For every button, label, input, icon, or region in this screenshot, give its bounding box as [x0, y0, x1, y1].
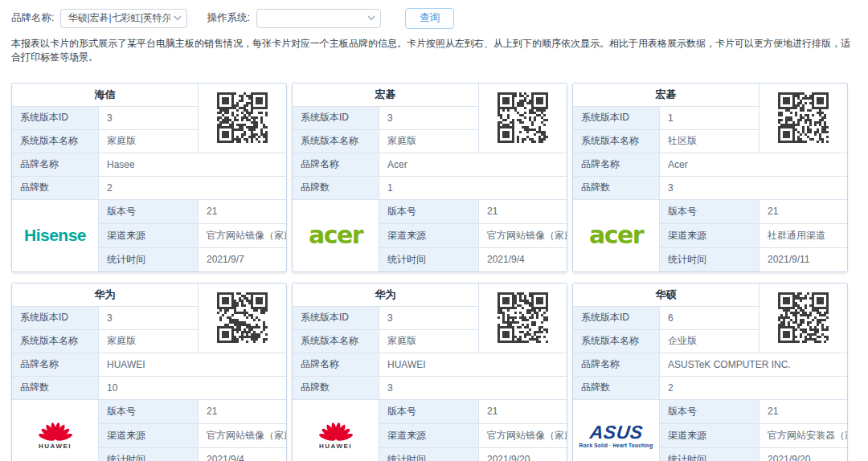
field-value-channel: 社群通用渠道 — [760, 224, 847, 247]
field-label-brand-name: 品牌名称 — [12, 153, 98, 176]
field-label-stat-time: 统计时间 — [99, 448, 198, 461]
field-value-version-no: 21 — [199, 200, 286, 223]
brand-select[interactable]: 华硕|宏碁|七彩虹|英特尔|华为 — [60, 9, 187, 28]
brand-card: 宏碁 系统版本ID 3 系统版本名称 家庭版 品牌名称 Acer 品牌数 1 a… — [292, 83, 567, 272]
huawei-logo: HUAWEI — [12, 400, 98, 461]
hisense-logo: Hisense — [12, 200, 98, 271]
field-value-brand-count: 1 — [379, 177, 567, 199]
field-value-version-no: 21 — [760, 400, 847, 423]
card-title: 华为 — [12, 284, 198, 306]
os-select[interactable] — [256, 9, 381, 28]
field-label-brand-name: 品牌名称 — [293, 353, 379, 376]
field-label-sys-version-name: 系统版本名称 — [293, 130, 379, 153]
qr-code — [199, 84, 286, 153]
field-value-sys-version-name: 企业版 — [660, 330, 759, 353]
qr-code — [479, 84, 567, 153]
field-value-version-no: 21 — [760, 200, 847, 223]
field-value-stat-time: 2021/9/11 — [760, 248, 847, 271]
card-title: 华为 — [293, 284, 478, 306]
field-label-sys-version-name: 系统版本名称 — [573, 130, 659, 153]
field-value-brand-name: HUAWEI — [379, 353, 567, 376]
field-value-channel: 官方网站镜像（家庭版） — [479, 224, 567, 247]
field-value-channel: 官方网站镜像（家庭版） — [199, 424, 286, 447]
field-label-sys-version-name: 系统版本名称 — [293, 330, 379, 353]
field-value-brand-name: Hasee — [99, 153, 286, 176]
field-label-brand-count: 品牌数 — [293, 177, 379, 199]
field-value-brand-count: 2 — [660, 377, 847, 399]
filter-bar: 品牌名称: 华硕|宏碁|七彩虹|英特尔|华为 操作系统: 查询 — [0, 0, 868, 36]
card-title: 华硕 — [573, 284, 759, 306]
qr-code — [479, 284, 567, 353]
brand-filter-label: 品牌名称: — [11, 11, 54, 25]
cards-grid: 海信 系统版本ID 3 系统版本名称 家庭版 品牌名称 Hasee 品牌数 2 … — [0, 83, 868, 461]
field-label-brand-name: 品牌名称 — [12, 353, 98, 376]
field-value-sys-version-id: 3 — [379, 307, 478, 329]
field-label-sys-version-name: 系统版本名称 — [12, 330, 98, 353]
field-value-brand-name: Acer — [660, 153, 847, 176]
field-value-stat-time: 2021/9/4 — [199, 448, 286, 461]
report-description: 本报表以卡片的形式展示了某平台电脑主板的销售情况，每张卡片对应一个主板品牌的信息… — [0, 36, 868, 75]
card-title: 宏碁 — [293, 84, 478, 106]
field-label-version-no: 版本号 — [99, 400, 198, 423]
field-label-sys-version-name: 系统版本名称 — [573, 330, 659, 353]
field-label-brand-name: 品牌名称 — [573, 153, 659, 176]
field-value-brand-name: Acer — [379, 153, 567, 176]
field-label-brand-name: 品牌名称 — [573, 353, 659, 376]
field-value-channel: 官方网站安装器（家庭... — [760, 424, 847, 447]
field-value-channel: 官方网站镜像（家庭版） — [199, 224, 286, 247]
field-value-sys-version-id: 6 — [660, 307, 759, 329]
card-title: 宏碁 — [573, 84, 759, 106]
field-label-brand-count: 品牌数 — [293, 377, 379, 399]
field-label-sys-version-id: 系统版本ID — [293, 107, 379, 129]
field-label-sys-version-id: 系统版本ID — [573, 307, 659, 329]
qr-code — [760, 284, 847, 353]
field-label-stat-time: 统计时间 — [379, 248, 478, 271]
field-value-sys-version-id: 1 — [660, 107, 759, 129]
field-label-version-no: 版本号 — [99, 200, 198, 223]
brand-card: 华为 系统版本ID 3 系统版本名称 家庭版 品牌名称 HUAWEI 品牌数 3… — [292, 283, 567, 461]
field-label-brand-count: 品牌数 — [12, 377, 98, 399]
field-label-version-no: 版本号 — [660, 400, 759, 423]
field-label-channel: 渠道来源 — [379, 224, 478, 247]
field-label-version-no: 版本号 — [379, 200, 478, 223]
field-label-version-no: 版本号 — [379, 400, 478, 423]
field-value-sys-version-name: 家庭版 — [379, 130, 478, 153]
field-label-channel: 渠道来源 — [99, 424, 198, 447]
os-filter-label: 操作系统: — [207, 11, 249, 25]
field-label-channel: 渠道来源 — [379, 424, 478, 447]
field-value-stat-time: 2021/9/4 — [479, 248, 567, 271]
field-value-brand-name: ASUSTeK COMPUTER INC. — [660, 353, 847, 376]
field-label-sys-version-id: 系统版本ID — [12, 107, 98, 129]
field-value-sys-version-name: 社区版 — [660, 130, 759, 153]
brand-card: 华为 系统版本ID 3 系统版本名称 家庭版 品牌名称 HUAWEI 品牌数 1… — [11, 283, 287, 461]
acer-logo: acer — [293, 200, 379, 271]
card-title: 海信 — [12, 84, 198, 106]
field-label-sys-version-name: 系统版本名称 — [12, 130, 98, 153]
field-value-brand-name: HUAWEI — [99, 353, 286, 376]
asus-logo: ASUSRock Solid · Heart Touching — [573, 400, 659, 461]
field-label-sys-version-id: 系统版本ID — [573, 107, 659, 129]
huawei-logo: HUAWEI — [293, 400, 379, 461]
field-label-stat-time: 统计时间 — [379, 448, 478, 461]
chevron-down-icon — [367, 15, 375, 21]
acer-logo: acer — [573, 200, 659, 271]
brand-card: 华硕 系统版本ID 6 系统版本名称 企业版 品牌名称 ASUSTeK COMP… — [572, 283, 848, 461]
field-label-brand-count: 品牌数 — [573, 377, 659, 399]
field-label-stat-time: 统计时间 — [99, 248, 198, 271]
field-value-sys-version-id: 3 — [99, 107, 198, 129]
field-label-version-no: 版本号 — [660, 200, 759, 223]
field-value-brand-count: 10 — [99, 377, 286, 399]
field-value-brand-count: 3 — [660, 177, 847, 199]
field-label-stat-time: 统计时间 — [660, 448, 759, 461]
field-label-sys-version-id: 系统版本ID — [293, 307, 379, 329]
field-value-brand-count: 3 — [379, 377, 567, 399]
field-value-channel: 官方网站镜像（家庭版） — [479, 424, 567, 447]
field-value-stat-time: 2021/9/20 — [479, 448, 567, 461]
field-label-brand-count: 品牌数 — [12, 177, 98, 199]
field-value-version-no: 21 — [479, 200, 567, 223]
field-value-version-no: 21 — [479, 400, 567, 423]
field-value-sys-version-name: 家庭版 — [379, 330, 478, 353]
query-button[interactable]: 查询 — [405, 8, 454, 29]
field-value-sys-version-id: 3 — [379, 107, 478, 129]
field-value-stat-time: 2021/9/7 — [199, 248, 286, 271]
